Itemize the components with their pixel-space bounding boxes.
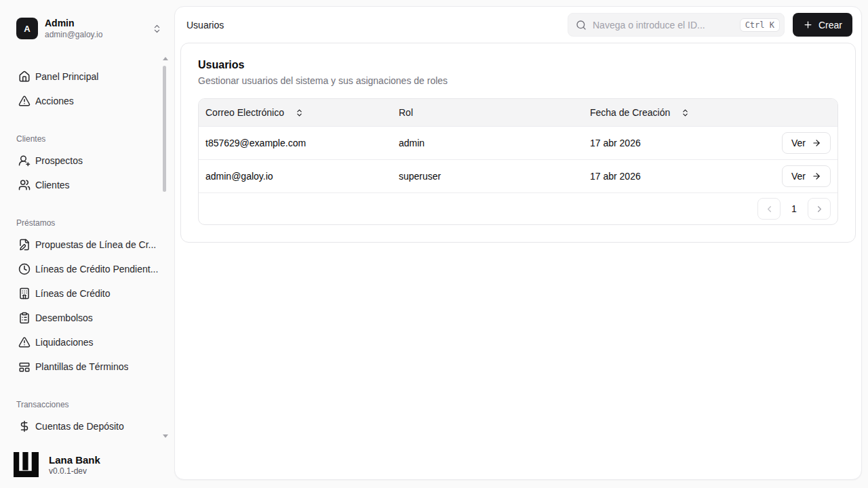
nav-group-main: Panel Principal Acciones: [0, 64, 174, 113]
nav-group-label: Préstamos: [0, 216, 174, 230]
nav-group-label: Clientes: [0, 132, 174, 146]
avatar: A: [16, 18, 38, 39]
scroll-down-arrow-icon[interactable]: [163, 434, 168, 438]
alert-triangle-icon: [18, 336, 31, 348]
brand-name: Lana Bank: [49, 454, 100, 466]
lana-bank-logo: [14, 452, 39, 477]
sidebar: A Admin admin@galoy.io Panel Principal A…: [0, 0, 174, 488]
chevron-left-icon: [764, 204, 774, 214]
user-menu[interactable]: A Admin admin@galoy.io: [0, 0, 174, 40]
alert-triangle-icon: [18, 95, 31, 107]
chevron-right-icon: [814, 204, 825, 214]
sidebar-item-prospectos[interactable]: Prospectos: [0, 148, 174, 173]
cell-email: admin@galoy.io: [199, 171, 392, 182]
sidebar-item-label: Acciones: [35, 96, 74, 106]
cell-role: superuser: [392, 171, 583, 182]
nav-group-label: Transacciones: [0, 398, 174, 411]
main-panel: Usuarios Navega o introduce el ID... Ctr…: [174, 6, 862, 480]
view-button-label: Ver: [791, 171, 806, 182]
sidebar-item-label: Panel Principal: [35, 71, 98, 82]
sidebar-item-label: Prospectos: [35, 155, 83, 166]
view-button-label: Ver: [791, 138, 806, 148]
sidebar-item-label: Clientes: [35, 180, 70, 190]
sidebar-item-plantillas-terminos[interactable]: Plantillas de Términos: [0, 354, 174, 379]
sidebar-item-acciones[interactable]: Acciones: [0, 89, 174, 113]
next-page-button[interactable]: [808, 198, 831, 220]
arrow-right-icon: [812, 171, 821, 181]
plus-icon: [803, 20, 813, 30]
user-meta: Admin admin@galoy.io: [45, 18, 102, 40]
sidebar-item-panel-principal[interactable]: Panel Principal: [0, 64, 174, 89]
pagination: 1: [199, 192, 837, 224]
users-table: Correo Electrónico Rol Fecha de Creación: [198, 98, 838, 225]
sidebar-scrollbar[interactable]: [163, 57, 167, 438]
scrollbar-thumb[interactable]: [163, 66, 166, 192]
cell-action: Ver: [775, 132, 837, 154]
sidebar-footer: Lana Bank v0.0.1-dev: [14, 452, 100, 477]
layout-panel-icon: [18, 361, 31, 373]
search-icon: [576, 20, 587, 30]
previous-page-button[interactable]: [757, 198, 781, 220]
user-email: admin@galoy.io: [45, 30, 102, 40]
sidebar-item-lineas-credito[interactable]: Líneas de Crédito: [0, 281, 174, 306]
sidebar-nav: Panel Principal Acciones Clientes Prospe…: [0, 64, 174, 439]
users-card: Usuarios Gestionar usuarios del sistema …: [180, 43, 856, 243]
create-button[interactable]: Crear: [793, 13, 852, 37]
sidebar-item-lineas-credito-pendientes[interactable]: Líneas de Crédito Pendient...: [0, 257, 174, 281]
breadcrumb: Usuarios: [186, 20, 224, 30]
clock-icon: [18, 263, 31, 275]
column-header-email[interactable]: Correo Electrónico: [199, 107, 392, 118]
nav-group-transacciones: Transacciones Cuentas de Depósito: [0, 398, 174, 439]
sidebar-item-label: Desembolsos: [35, 312, 93, 323]
cell-role: admin: [392, 138, 583, 148]
sidebar-item-label: Plantillas de Términos: [35, 361, 128, 372]
sort-icon[interactable]: [681, 108, 690, 117]
brand-version: v0.0.1-dev: [49, 466, 100, 476]
arrow-right-icon: [812, 138, 821, 148]
scroll-up-arrow-icon[interactable]: [163, 57, 168, 60]
sidebar-item-label: Propuestas de Línea de Cr...: [35, 239, 156, 250]
home-icon: [18, 70, 31, 83]
sidebar-item-cuentas-deposito[interactable]: Cuentas de Depósito: [0, 414, 174, 439]
keyboard-shortcut-badge: Ctrl K: [740, 18, 780, 32]
create-button-label: Crear: [818, 20, 842, 30]
column-label: Rol: [399, 107, 413, 118]
table-row[interactable]: admin@galoy.io superuser 17 abr 2026 Ver: [199, 159, 837, 192]
dollar-icon: [18, 420, 31, 432]
page-subtitle: Gestionar usuarios del sistema y sus asi…: [198, 75, 838, 86]
column-header-rol[interactable]: Rol: [392, 107, 583, 118]
user-plus-icon: [18, 155, 31, 167]
search-placeholder: Navega o introduce el ID...: [593, 20, 705, 30]
page-title: Usuarios: [198, 59, 838, 71]
sidebar-item-desembolsos[interactable]: Desembolsos: [0, 306, 174, 330]
sidebar-item-clientes[interactable]: Clientes: [0, 173, 174, 197]
sidebar-item-liquidaciones[interactable]: Liquidaciones: [0, 330, 174, 354]
file-pen-icon: [18, 239, 31, 251]
cell-action: Ver: [775, 165, 837, 187]
sidebar-item-label: Líneas de Crédito: [35, 288, 111, 299]
sort-icon[interactable]: [295, 108, 304, 117]
current-page-number: 1: [785, 203, 803, 214]
column-label: Correo Electrónico: [205, 107, 284, 118]
table-row[interactable]: t857629@example.com admin 17 abr 2026 Ve…: [199, 126, 837, 159]
table-header-row: Correo Electrónico Rol Fecha de Creación: [199, 99, 837, 126]
column-header-fecha[interactable]: Fecha de Creación: [583, 107, 831, 118]
nav-group-clientes: Clientes Prospectos Clientes: [0, 132, 174, 197]
user-name: Admin: [45, 18, 102, 30]
cell-created: 17 abr 2026: [583, 171, 775, 182]
users-icon: [18, 179, 31, 191]
chevrons-up-down-icon: [152, 24, 162, 34]
view-button[interactable]: Ver: [782, 132, 831, 154]
sidebar-item-label: Líneas de Crédito Pendient...: [35, 264, 158, 274]
avatar-initial: A: [24, 24, 30, 34]
clipboard-list-icon: [18, 312, 31, 324]
view-button[interactable]: Ver: [782, 165, 831, 187]
cell-created: 17 abr 2026: [583, 138, 775, 148]
column-label: Fecha de Creación: [590, 107, 670, 118]
sidebar-item-label: Liquidaciones: [35, 337, 94, 348]
cell-email: t857629@example.com: [199, 138, 392, 148]
nav-group-prestamos: Préstamos Propuestas de Línea de Cr... L…: [0, 216, 174, 379]
bank-icon: [18, 287, 31, 300]
search-input[interactable]: Navega o introduce el ID... Ctrl K: [568, 13, 785, 37]
sidebar-item-propuestas-linea-credito[interactable]: Propuestas de Línea de Cr...: [0, 232, 174, 257]
